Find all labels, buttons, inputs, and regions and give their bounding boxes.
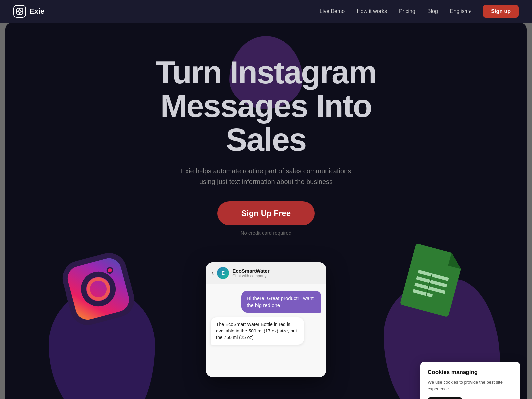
- cookie-actions: Accept All Cookie Settings: [428, 397, 513, 399]
- back-icon[interactable]: ‹: [211, 269, 214, 277]
- signup-free-button[interactable]: Sign Up Free: [217, 201, 315, 225]
- nav-how-it-works[interactable]: How it works: [357, 8, 387, 14]
- accept-all-button[interactable]: Accept All: [428, 397, 462, 399]
- logo-icon: [13, 5, 26, 18]
- chevron-down-icon: ▾: [468, 8, 471, 15]
- language-selector[interactable]: English ▾: [450, 8, 471, 15]
- hero-cta: Sign Up Free No credit card required: [5, 201, 527, 236]
- no-credit-text: No credit card required: [5, 230, 527, 236]
- signup-button[interactable]: Sign up: [483, 5, 519, 18]
- nav-live-demo[interactable]: Live Demo: [320, 8, 345, 14]
- nav-blog[interactable]: Blog: [427, 8, 438, 14]
- bot-message: The EcoSmart Water Bottle in red is avai…: [211, 317, 304, 345]
- user-message: Hi there! Great product! I want the big …: [241, 291, 321, 313]
- navbar: Exie Live Demo How it works Pricing Blog…: [0, 0, 532, 23]
- svg-point-1: [18, 10, 21, 12]
- hero-subtitle: Exie helps automate routine part of sale…: [5, 166, 527, 187]
- nav-links: Live Demo How it works Pricing Blog Engl…: [320, 5, 519, 18]
- company-avatar: E: [217, 267, 229, 279]
- cookie-banner: Cookies managing We use cookies to provi…: [420, 362, 520, 399]
- hero-title: Turn Instagram Messages Into Sales: [116, 56, 416, 156]
- chat-header: ‹ E EcoSmartWater Chat with company: [206, 262, 326, 284]
- language-label: English: [450, 8, 467, 14]
- logo-link[interactable]: Exie: [13, 5, 44, 18]
- logo-text: Exie: [29, 7, 44, 16]
- cookie-text: We use cookies to provide the best site …: [428, 379, 513, 392]
- nav-pricing[interactable]: Pricing: [399, 8, 415, 14]
- hero-content: Turn Instagram Messages Into Sales Exie …: [5, 23, 527, 236]
- chat-card: ‹ E EcoSmartWater Chat with company Hi t…: [206, 262, 326, 377]
- chat-company-info: EcoSmartWater Chat with company: [232, 268, 269, 278]
- cookie-title: Cookies managing: [428, 369, 513, 376]
- chat-body: Hi there! Great product! I want the big …: [206, 284, 326, 377]
- hero-section: Turn Instagram Messages Into Sales Exie …: [5, 23, 527, 399]
- company-name: EcoSmartWater: [232, 268, 269, 274]
- company-subtitle: Chat with company: [232, 274, 269, 278]
